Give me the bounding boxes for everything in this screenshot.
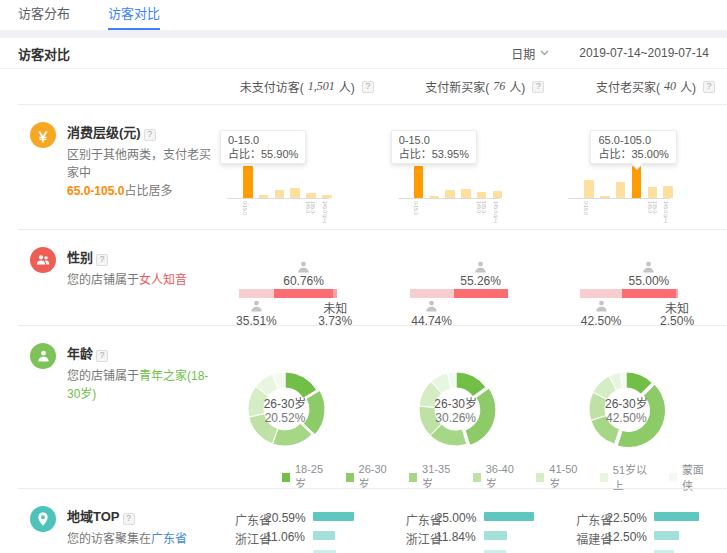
region-bar[interactable] (484, 531, 508, 540)
gender-segment-female[interactable] (274, 289, 334, 298)
row-age: 年龄? 您的店铺属于青年之家(18-30岁) 26-30岁20.52% 26-3… (0, 325, 727, 488)
tab-bar: 访客分布 访客对比 (0, 0, 727, 30)
legend-swatch (346, 473, 354, 482)
axis-tick-label: 105.0-145.0 (305, 201, 315, 223)
help-icon[interactable]: ? (96, 350, 108, 362)
gender-segment-female[interactable] (622, 289, 676, 298)
axis-tick-label: 145.0以上 (321, 201, 328, 223)
region-chart-unpaid: 广东省20.59%浙江省11.06% (215, 488, 386, 553)
gender-segment-unknown[interactable] (333, 289, 337, 298)
axis-tick-label: 0-15.0 (413, 201, 418, 215)
region-percentage: 12.50% (606, 530, 646, 544)
bar-chart-axis (568, 198, 670, 199)
consumption-bar[interactable] (322, 195, 332, 198)
date-range-value: 2019-07-14~2019-07-14 (579, 46, 709, 60)
female-person-icon (296, 260, 311, 275)
age-slice-18-25岁[interactable] (456, 372, 486, 397)
region-bar[interactable] (313, 531, 335, 540)
row-region-top: 地域TOP? 您的访客聚集在广东省 广东省20.59%浙江省11.06% 广东省… (0, 488, 727, 553)
legend-item-36-40岁[interactable]: 36-40岁 (473, 463, 521, 491)
date-dropdown[interactable]: 日期 (511, 45, 549, 62)
legend-item-26-30岁[interactable]: 26-30岁 (346, 463, 394, 491)
row-consumption-level: ￥ 消费层级(元)? 区别于其他两类，支付老买家中 65.0-105.0占比居多… (0, 104, 727, 229)
consumption-bar[interactable] (414, 166, 424, 198)
age-label-block: 年龄? 您的店铺属于青年之家(18-30岁) (0, 325, 215, 488)
region-bar[interactable] (313, 512, 354, 521)
help-icon[interactable]: ? (96, 254, 108, 266)
region-bar[interactable] (484, 512, 534, 521)
tab-visitor-compare[interactable]: 访客对比 (108, 0, 160, 30)
desc-text: 区别于其他两类，支付老买家中 (67, 148, 211, 180)
tooltip-percentage: 占比：55.90% (228, 147, 298, 161)
row-gender: 性别? 您的店铺属于女人知音 60.76%35.51%未知3.73% 55.26… (0, 229, 727, 325)
region-bar[interactable] (654, 512, 699, 521)
consumption-chart-returning-buyers: 0-15.0105.0-145.0145.0以上65.0-105.0占比：35.… (556, 104, 727, 229)
tooltip-percentage: 占比：35.00% (598, 147, 668, 161)
desc-highlight: 65.0-105.0 (67, 184, 124, 198)
tooltip-percentage: 占比：53.95% (399, 147, 469, 161)
consumption-bar[interactable] (584, 180, 594, 198)
visitor-compare-panel: 访客对比 日期 2019-07-14~2019-07-14 未支付访客(1,50… (0, 38, 727, 553)
column-header-text: 人) (339, 78, 355, 95)
desc-text: 您的店铺属于 (67, 273, 139, 287)
consumption-bar[interactable] (306, 193, 316, 198)
help-icon[interactable]: ? (703, 81, 715, 93)
consumption-bar[interactable] (663, 186, 673, 198)
gender-segment-unknown[interactable] (676, 289, 678, 298)
consumption-bar[interactable] (632, 166, 642, 198)
gender-segment-male[interactable] (239, 289, 274, 298)
axis-tick-label: 145.0以上 (492, 201, 499, 223)
legend-label: 31-35岁 (422, 463, 457, 491)
gender-segment-male[interactable] (580, 289, 622, 298)
consumption-bar[interactable] (243, 166, 253, 198)
legend-swatch (473, 473, 481, 482)
location-pin-icon (30, 506, 56, 532)
consumption-bar[interactable] (477, 192, 487, 198)
age-desc: 您的店铺属于青年之家(18-30岁) (67, 367, 215, 403)
date-controls: 日期 2019-07-14~2019-07-14 (511, 45, 709, 62)
consumption-label-block: ￥ 消费层级(元)? 区别于其他两类，支付老买家中 65.0-105.0占比居多 (0, 104, 215, 229)
region-desc: 您的访客聚集在广东省 (67, 530, 187, 548)
consumption-bar[interactable] (429, 196, 439, 198)
consumption-bar[interactable] (493, 191, 503, 198)
consumption-bar[interactable] (275, 190, 285, 198)
age-title: 年龄 (67, 346, 93, 361)
consumption-bar[interactable] (616, 182, 626, 198)
help-icon[interactable]: ? (532, 81, 544, 93)
date-dropdown-label: 日期 (511, 45, 535, 62)
consumption-chart-new-buyers: 0-15.0105.0-145.0145.0以上0-15.0占比：53.95% (386, 104, 557, 229)
consumption-bar[interactable] (445, 190, 455, 198)
help-icon[interactable]: ? (123, 513, 135, 525)
legend-item-41-50岁[interactable]: 41-50岁 (536, 463, 584, 491)
column-header-text: 支付新买家( (425, 78, 489, 95)
help-icon[interactable]: ? (362, 81, 374, 93)
bar-chart-axis (227, 198, 329, 199)
region-percentage: 22.50% (606, 511, 646, 525)
yen-icon: ￥ (30, 122, 56, 148)
donut-center-label: 26-30岁 (586, 394, 666, 411)
consumption-bar[interactable] (648, 187, 658, 198)
legend-item-18-25岁[interactable]: 18-25岁 (282, 463, 330, 491)
column-header-text: 支付老买家( (596, 78, 660, 95)
tab-visitor-distribution[interactable]: 访客分布 (18, 0, 70, 30)
chart-tooltip: 0-15.0占比：55.90% (220, 130, 306, 164)
help-icon[interactable]: ? (144, 129, 156, 141)
consumption-bar[interactable] (290, 188, 300, 198)
legend-item-31-35岁[interactable]: 31-35岁 (409, 463, 457, 491)
visitor-compare-page: 访客分布 访客对比 访客对比 日期 2019-07-14~2019-07-14 … (0, 0, 727, 553)
donut-center-percentage: 20.52% (245, 411, 325, 425)
donut-center-percentage: 42.50% (586, 411, 666, 425)
column-header-count: 76 (493, 79, 505, 94)
consumption-bar[interactable] (461, 189, 471, 198)
gender-chart-new-buyers: 55.26%44.74% (386, 229, 557, 325)
tooltip-range: 0-15.0 (399, 133, 469, 147)
gender-segment-male[interactable] (410, 289, 454, 298)
panel-header: 访客对比 日期 2019-07-14~2019-07-14 (0, 38, 727, 69)
region-bar[interactable] (654, 531, 679, 540)
region-percentage: 11.06% (265, 530, 305, 544)
legend-label: 26-30岁 (359, 463, 394, 491)
axis-tick-label: 105.0-145.0 (647, 201, 657, 223)
consumption-bar[interactable] (259, 195, 269, 198)
gender-segment-female[interactable] (454, 289, 508, 298)
consumption-bar[interactable] (600, 196, 610, 198)
